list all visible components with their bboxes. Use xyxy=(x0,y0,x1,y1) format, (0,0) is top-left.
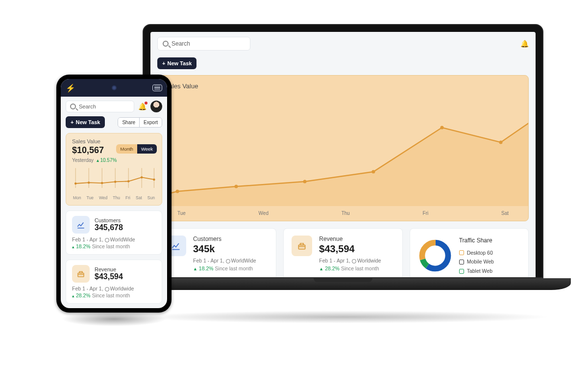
chart-x-axis: Tue Wed Thu Fri Sat xyxy=(177,210,509,216)
chart-line-icon xyxy=(72,216,90,234)
search-icon xyxy=(70,104,76,109)
new-task-button[interactable]: + New Task xyxy=(157,57,196,69)
phone-navbar: ⚡ xyxy=(61,79,167,97)
cash-register-icon xyxy=(72,265,90,283)
notification-bell-icon[interactable]: 🔔 xyxy=(138,103,147,110)
toggle-week[interactable]: Week xyxy=(137,144,157,154)
search-input[interactable]: Search xyxy=(66,101,134,112)
new-task-label: New Task xyxy=(75,119,100,125)
laptop-mockup: Search 🔔 + New Task Sales Value xyxy=(115,24,571,314)
revenue-card: Revenue $43,594 Feb 1 - Apr 1, Worldwide… xyxy=(283,228,402,277)
customers-delta: ▴ 18.2% Since last month xyxy=(72,243,156,249)
revenue-delta: ▲ 28.2% Since last month xyxy=(319,265,394,271)
axis-label: Thu xyxy=(342,210,350,216)
sales-title: Sales Value xyxy=(72,138,156,144)
chevron-up-icon: ▴ xyxy=(72,293,74,298)
globe-icon xyxy=(105,238,109,242)
axis-label: Sat xyxy=(501,210,509,216)
bolt-logo-icon[interactable]: ⚡ xyxy=(66,83,75,93)
top-bar: Search 🔔 xyxy=(150,32,536,55)
action-row: + New Task xyxy=(150,55,536,75)
revenue-delta: ▴ 28.2% Since last month xyxy=(72,292,156,298)
sales-mini-chart xyxy=(72,167,156,191)
customers-meta: Feb 1 - Apr 1, WorldWide xyxy=(193,258,268,263)
revenue-label: Revenue xyxy=(95,266,123,272)
globe-icon xyxy=(226,259,230,263)
traffic-title: Traffic Share xyxy=(459,236,494,246)
phone-mockup: ⚡ Search 🔔 + New Task Share Export Sales… xyxy=(56,75,172,313)
toggle-month[interactable]: Month xyxy=(116,144,137,154)
chevron-up-icon: ▲ xyxy=(319,266,323,271)
svg-point-5 xyxy=(499,141,503,144)
stat-card-row: Customers 345k Feb 1 - Apr 1, WorldWide … xyxy=(150,221,536,277)
sales-chart-card: Sales Value Tue Wed Thu Fri Sat xyxy=(157,75,529,221)
mini-chart-days: MonTueWedThuFriSatSun xyxy=(72,195,156,200)
traffic-item-desktop: Desktop 60 xyxy=(459,248,494,258)
search-input[interactable]: Search xyxy=(157,37,250,51)
share-button[interactable]: Share xyxy=(118,118,139,127)
laptop-bezel: Search 🔔 + New Task Sales Value xyxy=(143,24,543,278)
svg-point-21 xyxy=(114,181,117,183)
revenue-meta: Feb 1 - Apr 1, Worldwide xyxy=(319,258,394,263)
sales-line-chart xyxy=(158,108,529,206)
svg-point-22 xyxy=(127,180,130,183)
customers-card: Customers 345,678 Feb 1 - Apr 1, WorldWi… xyxy=(66,210,162,255)
revenue-meta: Feb 1 - Apr 1, Worldwide xyxy=(72,286,156,291)
customers-value: 345,678 xyxy=(95,223,123,232)
share-export-group: Share Export xyxy=(118,117,162,128)
period-toggle: Month Week xyxy=(116,144,157,154)
new-task-button[interactable]: + New Task xyxy=(66,116,105,128)
svg-point-4 xyxy=(441,126,444,130)
search-placeholder: Search xyxy=(79,104,96,109)
svg-point-0 xyxy=(176,190,179,193)
new-task-label: New Task xyxy=(167,60,192,66)
svg-point-1 xyxy=(235,185,238,188)
customers-meta: Feb 1 - Apr 1, WorldWide xyxy=(72,237,156,242)
axis-label: Tue xyxy=(177,210,186,216)
menu-button[interactable] xyxy=(152,84,162,91)
sales-value-card: Sales Value $10,567 Month Week Yesterday… xyxy=(66,133,162,206)
cash-register-icon xyxy=(292,236,312,256)
traffic-donut-chart xyxy=(418,238,452,273)
laptop-screen: Search 🔔 + New Task Sales Value xyxy=(150,32,536,277)
phone-action-row: + New Task Share Export xyxy=(61,116,167,133)
svg-point-18 xyxy=(74,183,77,185)
phone-screen: ⚡ Search 🔔 + New Task Share Export Sales… xyxy=(61,79,167,308)
traffic-item-tablet: Tablet Web xyxy=(459,266,494,276)
svg-point-24 xyxy=(153,179,155,181)
globe-icon xyxy=(352,259,356,263)
notification-bell-icon[interactable]: 🔔 xyxy=(520,40,529,48)
traffic-share-card: Traffic Share Desktop 60 Mobile Web Tabl… xyxy=(410,228,529,277)
laptop-shadow xyxy=(135,311,551,323)
globe-icon xyxy=(105,287,109,291)
customers-card: Customers 345k Feb 1 - Apr 1, WorldWide … xyxy=(157,228,276,277)
laptop-base xyxy=(115,278,571,290)
svg-point-23 xyxy=(141,176,143,179)
axis-label: Wed xyxy=(259,210,269,216)
customers-label: Customers xyxy=(95,217,123,223)
plus-icon: + xyxy=(162,60,165,66)
export-button[interactable]: Export xyxy=(139,118,162,127)
phone-header: Search 🔔 xyxy=(61,97,167,116)
chevron-up-icon: ▴ xyxy=(72,244,74,249)
nav-dot-icon xyxy=(112,85,117,90)
yesterday-delta: Yesterday ▴ 10.57% xyxy=(72,158,156,163)
search-icon xyxy=(163,41,169,47)
svg-point-20 xyxy=(101,182,103,184)
sales-chart-title: Sales Value xyxy=(165,82,521,90)
revenue-value: $43,594 xyxy=(319,243,394,255)
chevron-up-icon: ▴ xyxy=(97,158,99,163)
notification-badge xyxy=(145,102,147,105)
search-placeholder: Search xyxy=(172,40,190,47)
chevron-up-icon: ▲ xyxy=(193,266,197,271)
avatar[interactable] xyxy=(150,101,162,112)
axis-label: Fri xyxy=(423,210,429,216)
customers-value: 345k xyxy=(193,243,268,255)
traffic-item-mobile: Mobile Web xyxy=(459,257,494,266)
revenue-value: $43,594 xyxy=(95,272,123,281)
customers-delta: ▲ 18.2% Since last month xyxy=(193,265,268,271)
svg-point-3 xyxy=(372,170,375,174)
revenue-card: Revenue $43,594 Feb 1 - Apr 1, Worldwide… xyxy=(66,260,162,304)
plus-icon: + xyxy=(71,119,74,125)
svg-point-2 xyxy=(303,180,307,184)
